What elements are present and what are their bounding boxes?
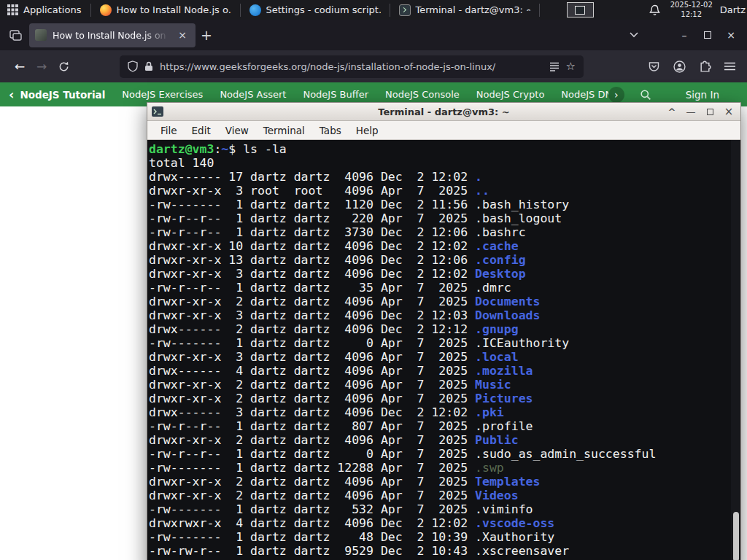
url-bar[interactable]: https://www.geeksforgeeks.org/node-js/in… xyxy=(120,55,584,78)
reload-icon xyxy=(58,61,69,72)
site-nav-link[interactable]: NodeJS Buffer xyxy=(303,89,368,100)
file-name: Music xyxy=(475,378,511,392)
prompt-user-host: dartz@vm3 xyxy=(149,142,214,156)
taskbar-item-codium[interactable]: Settings - codium script... xyxy=(243,0,387,20)
terminal-shade-button[interactable]: ^ xyxy=(667,107,677,117)
terminal-maximize-button[interactable] xyxy=(705,109,715,115)
file-name: Desktop xyxy=(475,267,526,281)
terminal-total-line: total 140 xyxy=(149,156,730,170)
forward-button[interactable]: → xyxy=(31,55,53,77)
terminal-output-line: -rw------- 1 dartz dartz 532 Apr 7 2025 … xyxy=(149,502,730,516)
site-nav-link[interactable]: NodeJS Tutorial xyxy=(20,89,105,101)
terminal-output-line: drwxr-xr-x 10 dartz dartz 4096 Dec 2 12:… xyxy=(149,239,730,253)
account-icon[interactable] xyxy=(673,61,686,73)
menu-help[interactable]: Help xyxy=(349,123,386,138)
lock-icon[interactable] xyxy=(144,61,153,71)
notifications-button[interactable] xyxy=(649,4,660,16)
workspace-switcher[interactable] xyxy=(567,2,594,18)
applications-menu-button[interactable]: Applications xyxy=(0,0,88,20)
panel-clock: 2025-12-02 12:12 xyxy=(670,1,713,19)
file-name: Templates xyxy=(475,475,540,489)
file-name: .dmrc xyxy=(475,281,511,295)
file-name: .bash_logout xyxy=(475,211,562,225)
tab-favicon xyxy=(35,29,47,41)
file-name: .cache xyxy=(475,239,519,253)
panel-separator xyxy=(240,4,241,17)
file-name: .Xauthority xyxy=(475,530,554,544)
terminal-minimize-button[interactable]: — xyxy=(686,107,696,117)
panel-task-list: How to Install Node.js o...Settings - co… xyxy=(93,0,537,20)
file-name: .mozilla xyxy=(475,364,533,378)
file-name: .bash_history xyxy=(475,198,569,211)
sign-in-button[interactable]: Sign In xyxy=(686,89,719,101)
file-name: .swp xyxy=(475,461,504,475)
tab-close-button[interactable]: × xyxy=(175,28,190,42)
bookmark-star-icon[interactable]: ☆ xyxy=(566,60,576,73)
terminal-scrollbar[interactable] xyxy=(731,140,740,560)
user-menu[interactable]: Dartz xyxy=(720,4,746,15)
site-nav-link[interactable]: NodeJS Console xyxy=(385,89,460,100)
browser-tab-bar: How to Install Node.js on × + – × xyxy=(0,20,747,50)
browser-tab-active[interactable]: How to Install Node.js on × xyxy=(29,23,196,47)
terminal-close-button[interactable]: × xyxy=(724,106,734,117)
list-all-tabs-button[interactable] xyxy=(624,26,643,44)
file-name: .gnupg xyxy=(475,322,519,336)
firefox-view-button[interactable] xyxy=(4,24,26,46)
taskbar-item-firefox[interactable]: How to Install Node.js o... xyxy=(93,0,238,20)
new-tab-button[interactable]: + xyxy=(196,24,217,46)
clock-time: 12:12 xyxy=(670,10,713,20)
clock-date: 2025-12-02 xyxy=(670,1,713,10)
file-name: .config xyxy=(475,253,526,267)
menu-view[interactable]: View xyxy=(218,123,256,138)
window-close-button[interactable]: × xyxy=(719,24,743,46)
site-nav-link[interactable]: NodeJS Crypto xyxy=(476,89,545,100)
reader-view-icon[interactable] xyxy=(549,62,560,71)
tracking-shield-icon[interactable] xyxy=(128,61,138,72)
menu-edit[interactable]: Edit xyxy=(185,123,218,138)
scrollbar-thumb[interactable] xyxy=(733,512,739,560)
taskbar-item-terminal[interactable]: Terminal - dartz@vm3: ~ xyxy=(392,0,537,20)
terminal-output-line: drwxr-xr-x 2 dartz dartz 4096 Apr 7 2025… xyxy=(149,433,730,447)
panel-separator xyxy=(539,4,540,17)
terminal-output-line: drwxrwxr-x 4 dartz dartz 4096 Dec 2 12:0… xyxy=(149,516,730,530)
file-name: .vscode-oss xyxy=(475,516,554,530)
firefox-view-icon xyxy=(9,30,22,41)
navbar-right-icons xyxy=(648,61,738,73)
terminal-output-line: drwxr-xr-x 2 dartz dartz 4096 Apr 7 2025… xyxy=(149,475,730,489)
desktop-panel: Applications How to Install Node.js o...… xyxy=(0,0,747,20)
menu-tabs[interactable]: Tabs xyxy=(312,123,349,138)
nav-scroll-left-chevron[interactable]: ‹ xyxy=(9,88,14,101)
terminal-output-line: drwxr-xr-x 3 dartz dartz 4096 Dec 2 12:0… xyxy=(149,267,730,281)
window-minimize-button[interactable]: – xyxy=(673,24,696,46)
terminal-titlebar[interactable]: Terminal - dartz@vm3: ~ ^ — × xyxy=(147,103,740,121)
pocket-icon[interactable] xyxy=(648,61,660,72)
site-nav-link[interactable]: NodeJS DNS xyxy=(561,89,608,100)
terminal-output-line: drwxr-xr-x 3 root root 4096 Apr 7 2025 .… xyxy=(149,184,730,198)
file-name: Videos xyxy=(475,489,519,502)
panel-right: 2025-12-02 12:12 Dartz xyxy=(567,1,747,19)
menu-file[interactable]: File xyxy=(153,123,185,138)
menu-hamburger-icon[interactable] xyxy=(724,62,735,71)
site-nav-links: NodeJS TutorialNodeJS ExercisesNodeJS As… xyxy=(20,89,608,101)
extensions-puzzle-icon[interactable] xyxy=(699,61,711,73)
nav-scroll-right-button[interactable]: › xyxy=(608,87,624,103)
file-name: .ICEauthority xyxy=(475,336,569,350)
prompt-path: ~ xyxy=(221,142,228,156)
back-button[interactable]: ← xyxy=(9,55,31,77)
file-name: . xyxy=(475,170,482,184)
reload-button[interactable] xyxy=(53,55,74,77)
url-text[interactable]: https://www.geeksforgeeks.org/node-js/in… xyxy=(160,61,543,72)
terminal-output-line: drwxr-xr-x 2 dartz dartz 4096 Apr 7 2025… xyxy=(149,392,730,405)
task-label: Terminal - dartz@vm3: ~ xyxy=(415,4,530,15)
site-search-button[interactable] xyxy=(636,85,655,104)
terminal-output-line: drwx------ 3 dartz dartz 4096 Dec 2 12:0… xyxy=(149,405,730,419)
site-nav-link[interactable]: NodeJS Exercises xyxy=(122,89,203,100)
site-nav-link[interactable]: NodeJS Assert xyxy=(220,89,286,100)
tabbar-right: – × xyxy=(624,24,743,46)
menu-terminal[interactable]: Terminal xyxy=(256,123,312,138)
desktop: Applications How to Install Node.js o...… xyxy=(0,0,747,560)
terminal-output[interactable]: dartz@vm3:~$ ls -la total 140 drwx------… xyxy=(147,140,740,560)
tab-title: How to Install Node.js on xyxy=(53,30,169,41)
terminal-output-line: -rw-r--r-- 1 dartz dartz 220 Apr 7 2025 … xyxy=(149,211,730,225)
window-restore-button[interactable] xyxy=(696,24,719,46)
